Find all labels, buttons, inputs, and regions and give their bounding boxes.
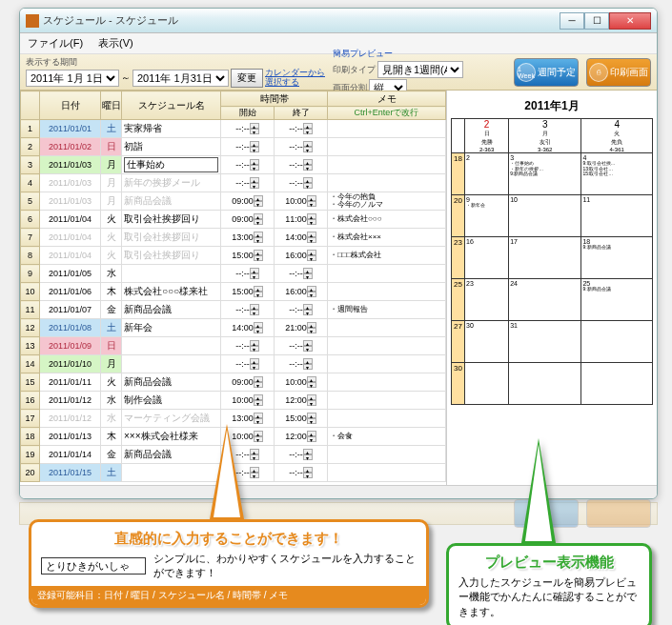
date-from-select[interactable]: 2011年 1月 1日 xyxy=(26,70,119,87)
table-row[interactable]: 142011/01/10月--:--▴▾--:--▴▾ xyxy=(21,355,446,373)
cell-date[interactable]: 2011/01/15 xyxy=(40,464,101,482)
cell-date[interactable]: 2011/01/04 xyxy=(40,211,101,229)
cell-schedule-name[interactable]: 取引会社挨拶回り xyxy=(122,211,221,229)
col-end[interactable]: 終了 xyxy=(275,107,328,120)
table-row[interactable]: 52011/01/03月新商品会議09:00▴▾10:00▴▾・今年の抱負 ・今… xyxy=(21,192,446,211)
cell-end-time[interactable]: --:--▴▾ xyxy=(275,138,328,156)
cell-date[interactable]: 2011/01/12 xyxy=(40,392,101,410)
cell-end-time[interactable]: 16:00▴▾ xyxy=(275,247,328,265)
cell-memo[interactable]: ・株式会社○○○ xyxy=(328,211,446,229)
table-row[interactable]: 82011/01/04火取引会社挨拶回り15:00▴▾16:00▴▾・□□□株式… xyxy=(21,247,446,265)
schedule-table[interactable]: 日付 曜日 スケジュール名 時間帯 メモ 開始 終了 Ctrl+Enterで改行… xyxy=(20,91,446,482)
cell-dow[interactable]: 木 xyxy=(101,283,122,301)
cell-date[interactable]: 2011/01/03 xyxy=(40,174,101,192)
cell-dow[interactable]: 火 xyxy=(101,211,122,229)
cell-end-time[interactable]: 16:00▴▾ xyxy=(275,283,328,301)
cell-end-time[interactable]: --:--▴▾ xyxy=(275,301,328,319)
cell-dow[interactable]: 火 xyxy=(101,373,122,392)
cell-schedule-name[interactable] xyxy=(122,355,221,373)
cell-dow[interactable]: 木 xyxy=(101,428,122,446)
cell-memo[interactable] xyxy=(328,410,446,428)
cell-memo[interactable]: ・週間報告 xyxy=(328,301,446,319)
cell-start-time[interactable]: --:--▴▾ xyxy=(221,265,275,283)
cell-start-time[interactable]: 09:00▴▾ xyxy=(221,211,275,229)
schedule-name-input[interactable] xyxy=(124,157,218,172)
cell-dow[interactable]: 土 xyxy=(101,464,122,482)
cell-end-time[interactable]: --:--▴▾ xyxy=(275,464,328,482)
cell-end-time[interactable]: 10:00▴▾ xyxy=(275,192,328,211)
cell-memo[interactable] xyxy=(328,120,446,138)
cell-dow[interactable]: 土 xyxy=(101,120,122,138)
cell-schedule-name[interactable]: 取引会社挨拶回り xyxy=(122,229,221,247)
cell-end-time[interactable]: 11:00▴▾ xyxy=(275,211,328,229)
col-name[interactable]: スケジュール名 xyxy=(122,91,221,120)
cell-schedule-name[interactable]: 取引会社挨拶回り xyxy=(122,247,221,265)
cell-memo[interactable] xyxy=(328,392,446,410)
cell-end-time[interactable]: --:--▴▾ xyxy=(275,120,328,138)
cell-memo[interactable] xyxy=(328,319,446,337)
cell-dow[interactable]: 水 xyxy=(101,265,122,283)
cell-dow[interactable]: 日 xyxy=(101,138,122,156)
print-type-select[interactable]: 見開き1週間(A) xyxy=(377,61,463,78)
cell-date[interactable]: 2011/01/04 xyxy=(40,247,101,265)
print-screen-button[interactable]: ⎙ 印刷画面 xyxy=(586,58,651,87)
cell-memo[interactable]: ・今年の抱負 ・今年のノルマ xyxy=(328,192,446,211)
table-row[interactable]: 62011/01/04火取引会社挨拶回り09:00▴▾11:00▴▾・株式会社○… xyxy=(21,211,446,229)
table-row[interactable]: 92011/01/05水--:--▴▾--:--▴▾ xyxy=(21,265,446,283)
cell-date[interactable]: 2011/01/04 xyxy=(40,229,101,247)
cell-memo[interactable]: ・株式会社××× xyxy=(328,229,446,247)
cell-dow[interactable]: 金 xyxy=(101,446,122,464)
cell-date[interactable]: 2011/01/02 xyxy=(40,138,101,156)
col-time[interactable]: 時間帯 xyxy=(221,91,328,107)
table-row[interactable]: 112011/01/07金新商品会議--:--▴▾--:--▴▾・週間報告 xyxy=(21,301,446,319)
cell-memo[interactable] xyxy=(328,373,446,392)
cell-schedule-name[interactable]: ×××株式会社様来 xyxy=(122,428,221,446)
cell-dow[interactable]: 水 xyxy=(101,392,122,410)
maximize-button[interactable]: ☐ xyxy=(584,12,609,30)
cell-start-time[interactable]: --:--▴▾ xyxy=(221,156,275,174)
cell-dow[interactable]: 月 xyxy=(101,355,122,373)
cell-memo[interactable]: ・□□□株式会社 xyxy=(328,247,446,265)
cell-end-time[interactable]: 12:00▴▾ xyxy=(275,428,328,446)
table-row[interactable]: 172011/01/12水マーケティング会議13:00▴▾15:00▴▾ xyxy=(21,410,446,428)
menu-view[interactable]: 表示(V) xyxy=(98,36,133,50)
cell-date[interactable]: 2011/01/01 xyxy=(40,120,101,138)
minimize-button[interactable]: ─ xyxy=(560,12,584,30)
cell-start-time[interactable]: --:--▴▾ xyxy=(221,138,275,156)
cell-memo[interactable] xyxy=(328,265,446,283)
cell-dow[interactable]: 水 xyxy=(101,410,122,428)
cell-date[interactable]: 2011/01/11 xyxy=(40,373,101,392)
table-row[interactable]: 162011/01/12水制作会議10:00▴▾12:00▴▾ xyxy=(21,392,446,410)
cell-end-time[interactable]: --:--▴▾ xyxy=(275,174,328,192)
cell-start-time[interactable]: --:--▴▾ xyxy=(221,301,275,319)
cell-date[interactable]: 2011/01/12 xyxy=(40,410,101,428)
cell-dow[interactable]: 金 xyxy=(101,301,122,319)
cell-dow[interactable]: 月 xyxy=(101,174,122,192)
cell-start-time[interactable]: --:--▴▾ xyxy=(221,464,275,482)
cell-dow[interactable]: 火 xyxy=(101,229,122,247)
cell-end-time[interactable]: --:--▴▾ xyxy=(275,337,328,355)
cell-date[interactable]: 2011/01/05 xyxy=(40,265,101,283)
cell-schedule-name[interactable] xyxy=(122,156,221,174)
cell-start-time[interactable]: 09:00▴▾ xyxy=(221,192,275,211)
menu-file[interactable]: ファイル(F) xyxy=(28,36,83,50)
cell-date[interactable]: 2011/01/07 xyxy=(40,301,101,319)
cell-dow[interactable]: 日 xyxy=(101,337,122,355)
table-row[interactable]: 12011/01/01土実家帰省--:--▴▾--:--▴▾ xyxy=(21,120,446,138)
cell-end-time[interactable]: --:--▴▾ xyxy=(275,156,328,174)
cell-start-time[interactable]: --:--▴▾ xyxy=(221,446,275,464)
cell-date[interactable]: 2011/01/10 xyxy=(40,355,101,373)
cell-dow[interactable]: 火 xyxy=(101,247,122,265)
cell-schedule-name[interactable] xyxy=(122,464,221,482)
callout-example-input[interactable] xyxy=(41,557,146,575)
table-row[interactable]: 102011/01/06木株式会社○○○様来社15:00▴▾16:00▴▾ xyxy=(21,283,446,301)
cell-start-time[interactable]: --:--▴▾ xyxy=(221,120,275,138)
cell-schedule-name[interactable]: 制作会議 xyxy=(122,392,221,410)
cell-end-time[interactable]: 10:00▴▾ xyxy=(275,373,328,392)
cell-memo[interactable] xyxy=(328,355,446,373)
cell-date[interactable]: 2011/01/09 xyxy=(40,337,101,355)
table-row[interactable]: 22011/01/02日初詣--:--▴▾--:--▴▾ xyxy=(21,138,446,156)
cell-schedule-name[interactable] xyxy=(122,337,221,355)
cell-memo[interactable] xyxy=(328,337,446,355)
cell-dow[interactable]: 月 xyxy=(101,192,122,211)
